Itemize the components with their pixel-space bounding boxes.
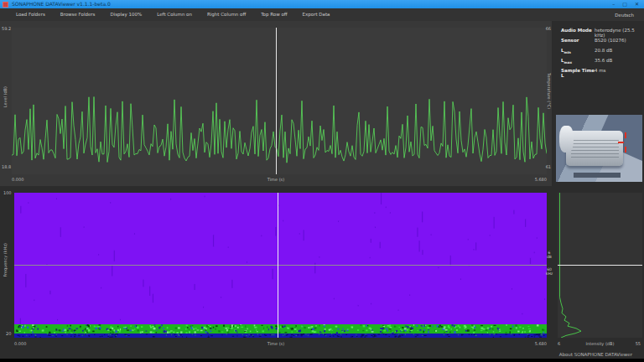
level-y-axis-label: Level (dB) xyxy=(3,86,8,107)
level-y-min-tick: 18.8 xyxy=(2,164,11,169)
language-toggle[interactable]: Deutsch xyxy=(615,13,644,18)
motor-body xyxy=(566,131,623,166)
info-label-subscript: max xyxy=(564,60,572,65)
level-x-max-tick: 5.680 xyxy=(535,177,547,182)
bottom-edge xyxy=(0,359,644,362)
spec-y-max-tick: 100 xyxy=(3,190,12,195)
menu-item-browse-folders[interactable]: Browse Folders xyxy=(53,8,103,21)
level-y-max-tick: 59.2 xyxy=(2,26,11,31)
level-chart-panel: 59.2 18.8 Level (dB) 66 61 Temperature (… xyxy=(0,21,552,186)
spectrogram-plot[interactable] xyxy=(14,193,547,338)
window-title: SONAPHONE DATAViewer v1.1.1-beta.0 xyxy=(12,0,111,8)
info-row: Audio Modeheterodyne (25.5 kHz) xyxy=(555,28,644,38)
info-value: 35.6 dB xyxy=(595,58,612,63)
about-link[interactable]: About SONAPHONE DATAViewer xyxy=(559,352,632,357)
motor-base xyxy=(574,173,621,178)
temp-y-axis-label: Temperature (°C) xyxy=(547,73,552,109)
title-bar: SONAPHONE DATAViewer v1.1.1-beta.0 – ▢ ✕ xyxy=(0,0,644,8)
status-bar: About SONAPHONE DATAViewer xyxy=(0,350,644,359)
level-x-axis-label: Time (s) xyxy=(0,177,552,182)
minimize-button[interactable]: – xyxy=(612,0,615,8)
level-chart-time-cursor[interactable] xyxy=(276,28,277,174)
menu-item-left-column-on[interactable]: Left Column on xyxy=(149,8,200,21)
measure-point-marker-icon xyxy=(618,142,624,143)
intensity-chart-panel: 6 Intensity (dB) 55 xyxy=(556,186,644,350)
cursor-intensity-unit: dB xyxy=(543,255,555,259)
info-value: heterodyne (25.5 kHz) xyxy=(595,28,644,38)
menu-item-display-100-[interactable]: Display 100% xyxy=(102,8,149,21)
intensity-chart-plot[interactable] xyxy=(558,193,642,338)
info-row: Lmax35.6 dB xyxy=(555,58,644,68)
info-value: 4 ms xyxy=(595,68,605,73)
info-row: Sample Time L4 ms xyxy=(555,68,644,78)
close-button[interactable]: ✕ xyxy=(635,0,639,8)
spectrogram-time-cursor[interactable] xyxy=(278,193,278,338)
frequency-cursor-intensity-label: 6 dB xyxy=(543,251,555,260)
info-label: Audio Mode xyxy=(561,28,592,33)
level-chart-plot[interactable] xyxy=(12,28,547,174)
frequency-cursor-frequency-label: 60 kHz xyxy=(543,267,555,277)
info-value: BS20 (10276) xyxy=(595,38,626,43)
menu-bar: Load FoldersBrowse FoldersDisplay 100%Le… xyxy=(0,8,644,21)
measurement-photo[interactable] xyxy=(556,115,642,182)
spec-y-axis-label: Frequency (kHz) xyxy=(3,243,8,277)
cursor-frequency-unit: kHz xyxy=(543,272,555,276)
maximize-button[interactable]: ▢ xyxy=(622,0,627,8)
measure-point-marker-icon xyxy=(625,147,626,153)
menu-item-export-data[interactable]: Export Data xyxy=(295,8,338,21)
menu-item-top-row-off[interactable]: Top Row off xyxy=(253,8,294,21)
info-label-subscript: min xyxy=(564,50,571,54)
spectrogram-panel: 100 20 Frequency (kHz) 0.000 Time (s) 5.… xyxy=(0,186,552,350)
menu-item-load-folders[interactable]: Load Folders xyxy=(8,8,53,21)
spec-x-max-tick: 5.680 xyxy=(535,341,547,346)
intensity-x-max-tick: 55 xyxy=(636,341,641,346)
level-waveform xyxy=(12,28,547,174)
spec-y-min-tick: 20 xyxy=(6,331,11,336)
measure-point-marker-icon xyxy=(625,132,626,138)
motor-fins xyxy=(571,137,619,160)
temp-y-max-tick: 66 xyxy=(546,26,551,31)
app-icon xyxy=(3,2,8,8)
spectrogram-frequency-cursor[interactable] xyxy=(14,265,547,266)
motor-end-cap xyxy=(559,126,573,153)
spec-x-axis-label: Time (s) xyxy=(0,341,552,346)
intensity-x-axis-label: Intensity (dB) xyxy=(556,341,644,346)
app-window: SONAPHONE DATAViewer v1.1.1-beta.0 – ▢ ✕… xyxy=(0,0,644,362)
info-row: SensorBS20 (10276) xyxy=(555,38,644,48)
info-label: Sensor xyxy=(561,38,579,43)
info-label: Sample Time L xyxy=(561,68,595,78)
intensity-frequency-cursor[interactable] xyxy=(558,265,642,266)
info-row: Lmin20.8 dB xyxy=(555,48,644,58)
info-value: 20.8 dB xyxy=(595,48,612,53)
measurement-info-panel: Audio Modeheterodyne (25.5 kHz)SensorBS2… xyxy=(555,21,644,113)
menu-item-right-column-off[interactable]: Right Column off xyxy=(200,8,253,21)
temp-y-min-tick: 61 xyxy=(546,164,551,169)
